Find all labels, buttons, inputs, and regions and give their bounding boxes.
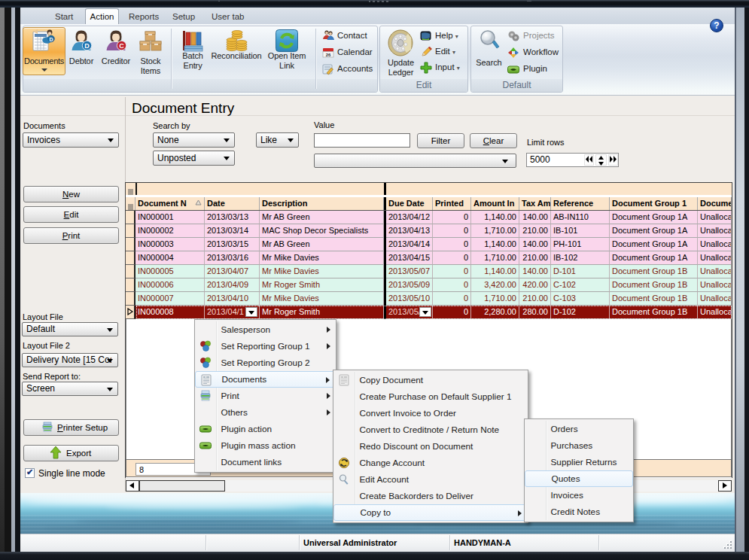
- svg-text:C: C: [119, 42, 124, 50]
- svg-text:26: 26: [326, 53, 331, 57]
- svg-text:D: D: [49, 37, 53, 42]
- svg-text:D: D: [84, 42, 90, 50]
